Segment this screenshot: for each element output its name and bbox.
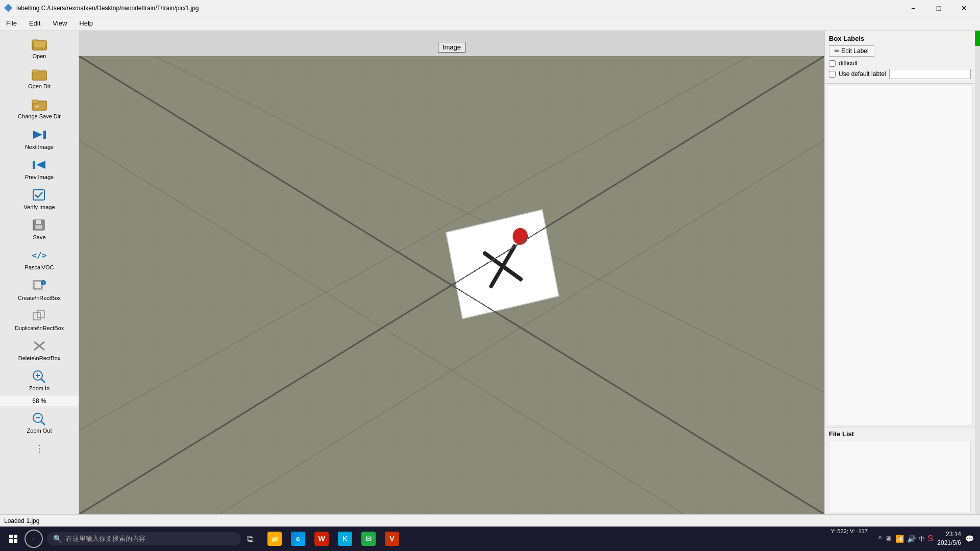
zoom-out-label: Zoom Out [27, 428, 52, 434]
svg-line-37 [79, 140, 684, 514]
taskbar-app-wechat[interactable]: ✉ [357, 528, 380, 550]
taskbar-app-edge[interactable]: e [287, 528, 309, 550]
menu-edit[interactable]: Edit [23, 17, 46, 29]
edit-label-button[interactable]: ✏ Edit Label [829, 45, 874, 57]
svg-line-31 [79, 56, 824, 514]
svg-line-24 [41, 379, 45, 383]
sidebar-item-delete-nrectbox[interactable]: Delete\nRectBox [0, 335, 79, 365]
start-button[interactable] [2, 528, 24, 550]
taskbar-app-qqbrowser[interactable]: K [334, 528, 356, 550]
box-labels-title: Box Labels [829, 35, 971, 42]
change-save-dir-label: Change Save Dir [18, 113, 61, 120]
status-text: Loaded 1.jpg [4, 517, 39, 524]
cortana-button[interactable]: ○ [24, 530, 43, 548]
sidebar-item-duplicate-nrectbox[interactable]: Duplicate\nRectBox [0, 305, 79, 335]
menu-help[interactable]: Help [73, 17, 99, 29]
use-default-label-checkbox[interactable] [829, 71, 836, 78]
taskbar-search[interactable]: 🔍 在这里输入你要搜索的内容 [47, 532, 241, 545]
qqbrowser-icon: K [338, 532, 352, 546]
sidebar-item-pascalvoc[interactable]: </> PascalVOC [0, 244, 79, 274]
save-icon [30, 217, 48, 233]
duplicate-nrectbox-icon [30, 308, 48, 324]
wps-icon: W [314, 532, 329, 546]
svg-rect-8 [43, 131, 46, 139]
next-image-icon [30, 127, 48, 143]
svg-rect-14 [35, 225, 42, 229]
sidebar-item-open-dir[interactable]: Open Dir [0, 63, 79, 93]
sidebar-item-save[interactable]: Save [0, 214, 79, 244]
menu-file[interactable]: File [0, 17, 23, 29]
file-list-section: File List [825, 428, 975, 514]
svg-text:↩: ↩ [35, 104, 39, 109]
window-controls: − □ ✕ [901, 0, 976, 16]
taskbar-app-wps[interactable]: W [310, 528, 333, 550]
prev-image-label: Prev Image [25, 174, 54, 181]
sidebar-item-change-save-dir[interactable]: ↩ Change Save Dir [0, 93, 79, 123]
notification-icon[interactable]: 💬 [965, 535, 974, 543]
svg-rect-13 [36, 220, 41, 224]
sidebar-item-zoom-in[interactable]: Zoom In [0, 365, 79, 395]
right-panel: Box Labels ✏ Edit Label difficult Use de… [824, 31, 975, 514]
svg-text:+: + [42, 281, 44, 286]
more-icon: ⋮ [30, 440, 48, 457]
right-scrollbar[interactable] [975, 31, 980, 514]
taskbar-app-labelimg[interactable]: V [381, 528, 403, 550]
change-save-dir-icon: ↩ [30, 96, 48, 112]
tray-wifi-icon[interactable]: 📶 [895, 535, 904, 543]
taskview-icon: ⧉ [247, 534, 254, 544]
titlebar: labelImg C:/Users/rexmatken/Desktop/nano… [0, 0, 980, 16]
maximize-button[interactable]: □ [927, 0, 950, 16]
sidebar-item-create-nrectbox[interactable]: + Create\nRectBox [0, 274, 79, 305]
sidebar-item-verify-image[interactable]: Verify Image [0, 184, 79, 214]
next-image-label: Next Image [25, 144, 54, 151]
taskview-button[interactable]: ⧉ [241, 530, 259, 548]
time-display: 23:14 [937, 530, 961, 539]
app-icon [4, 4, 12, 12]
coordinates-display: Y: 522; V: -117 [831, 528, 868, 535]
image-tag: Image [438, 42, 465, 53]
sidebar-item-open[interactable]: Open [0, 33, 79, 63]
tray-expand-icon[interactable]: ^ [878, 535, 882, 543]
svg-line-38 [79, 56, 749, 430]
wechat-icon: ✉ [361, 532, 376, 546]
prev-image-icon [30, 157, 48, 173]
sidebar-item-next-image[interactable]: Next Image [0, 123, 79, 154]
taskbar-apps: 📁 e W K ✉ V [263, 528, 403, 550]
cortana-icon: ○ [32, 535, 35, 542]
tray-ime-icon[interactable]: 中 [919, 535, 925, 543]
taskbar-app-explorer[interactable]: 📁 [263, 528, 286, 550]
svg-rect-5 [32, 100, 38, 103]
box-labels-section: Box Labels ✏ Edit Label difficult Use de… [825, 31, 975, 84]
zoom-display: 68 % [0, 395, 79, 407]
statusbar: Loaded 1.jpg [0, 514, 980, 527]
minimize-button[interactable]: − [901, 0, 925, 16]
search-icon: 🔍 [53, 535, 62, 543]
open-dir-label: Open Dir [28, 83, 51, 90]
sidebar-item-prev-image[interactable]: Prev Image [0, 154, 79, 184]
sidebar-item-more[interactable]: ⋮ [0, 437, 79, 461]
open-icon [30, 36, 48, 52]
labelimg-taskbar-icon: V [385, 532, 399, 546]
svg-line-41 [485, 246, 521, 286]
svg-marker-7 [33, 131, 42, 139]
difficult-checkbox[interactable] [829, 60, 836, 67]
tray-network-icon[interactable]: 🖥 [885, 535, 892, 543]
svg-rect-19 [33, 313, 40, 320]
menu-view[interactable]: View [46, 17, 73, 29]
canvas-area[interactable]: Image [79, 31, 824, 514]
svg-line-39 [219, 140, 824, 514]
main-layout: Open Open Dir ↩ Change Save Dir Next Ima… [0, 31, 980, 514]
svg-line-32 [79, 56, 824, 514]
svg-line-42 [485, 246, 521, 286]
zoom-in-icon [30, 368, 48, 384]
tray-app1-icon[interactable]: S [928, 534, 934, 543]
svg-rect-30 [79, 56, 824, 514]
delete-nrectbox-label: Delete\nRectBox [18, 355, 61, 362]
sidebar-item-zoom-out[interactable]: Zoom Out [0, 407, 79, 437]
close-button[interactable]: ✕ [952, 0, 976, 16]
file-list-area [829, 441, 971, 512]
tray-volume-icon[interactable]: 🔊 [907, 535, 916, 543]
tray-icons: ^ 🖥 📶 🔊 中 S [878, 534, 933, 543]
default-label-input[interactable] [889, 69, 971, 79]
floor-svg [79, 56, 824, 514]
